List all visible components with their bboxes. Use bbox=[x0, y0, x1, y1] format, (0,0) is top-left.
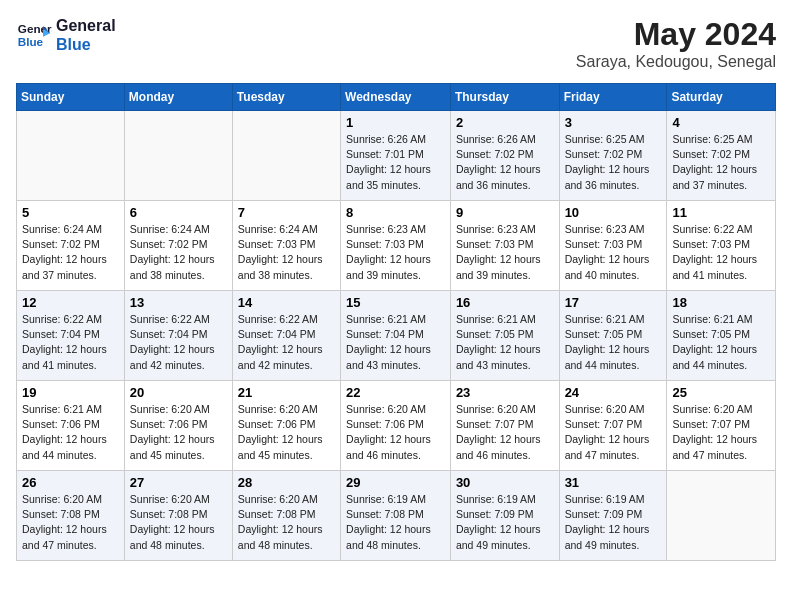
day-info: Sunrise: 6:20 AM Sunset: 7:08 PM Dayligh… bbox=[130, 492, 227, 553]
calendar-cell: 13Sunrise: 6:22 AM Sunset: 7:04 PM Dayli… bbox=[124, 291, 232, 381]
calendar-cell: 6Sunrise: 6:24 AM Sunset: 7:02 PM Daylig… bbox=[124, 201, 232, 291]
svg-text:Blue: Blue bbox=[18, 35, 44, 48]
calendar-cell: 27Sunrise: 6:20 AM Sunset: 7:08 PM Dayli… bbox=[124, 471, 232, 561]
page-header: General Blue General Blue May 2024 Saray… bbox=[16, 16, 776, 71]
day-number: 12 bbox=[22, 295, 119, 310]
title-block: May 2024 Saraya, Kedougou, Senegal bbox=[576, 16, 776, 71]
day-info: Sunrise: 6:20 AM Sunset: 7:06 PM Dayligh… bbox=[130, 402, 227, 463]
day-info: Sunrise: 6:26 AM Sunset: 7:02 PM Dayligh… bbox=[456, 132, 554, 193]
calendar-cell: 15Sunrise: 6:21 AM Sunset: 7:04 PM Dayli… bbox=[341, 291, 451, 381]
day-number: 14 bbox=[238, 295, 335, 310]
day-number: 9 bbox=[456, 205, 554, 220]
calendar-table: SundayMondayTuesdayWednesdayThursdayFrid… bbox=[16, 83, 776, 561]
day-number: 3 bbox=[565, 115, 662, 130]
day-info: Sunrise: 6:23 AM Sunset: 7:03 PM Dayligh… bbox=[346, 222, 445, 283]
day-number: 19 bbox=[22, 385, 119, 400]
day-info: Sunrise: 6:23 AM Sunset: 7:03 PM Dayligh… bbox=[456, 222, 554, 283]
calendar-cell: 28Sunrise: 6:20 AM Sunset: 7:08 PM Dayli… bbox=[232, 471, 340, 561]
day-info: Sunrise: 6:19 AM Sunset: 7:09 PM Dayligh… bbox=[565, 492, 662, 553]
day-info: Sunrise: 6:22 AM Sunset: 7:03 PM Dayligh… bbox=[672, 222, 770, 283]
week-row-5: 26Sunrise: 6:20 AM Sunset: 7:08 PM Dayli… bbox=[17, 471, 776, 561]
calendar-cell: 11Sunrise: 6:22 AM Sunset: 7:03 PM Dayli… bbox=[667, 201, 776, 291]
day-info: Sunrise: 6:19 AM Sunset: 7:09 PM Dayligh… bbox=[456, 492, 554, 553]
calendar-cell: 18Sunrise: 6:21 AM Sunset: 7:05 PM Dayli… bbox=[667, 291, 776, 381]
header-sunday: Sunday bbox=[17, 84, 125, 111]
day-info: Sunrise: 6:20 AM Sunset: 7:07 PM Dayligh… bbox=[456, 402, 554, 463]
day-info: Sunrise: 6:24 AM Sunset: 7:03 PM Dayligh… bbox=[238, 222, 335, 283]
day-info: Sunrise: 6:20 AM Sunset: 7:07 PM Dayligh… bbox=[672, 402, 770, 463]
day-number: 24 bbox=[565, 385, 662, 400]
calendar-cell: 4Sunrise: 6:25 AM Sunset: 7:02 PM Daylig… bbox=[667, 111, 776, 201]
day-number: 29 bbox=[346, 475, 445, 490]
calendar-cell: 16Sunrise: 6:21 AM Sunset: 7:05 PM Dayli… bbox=[450, 291, 559, 381]
calendar-cell: 26Sunrise: 6:20 AM Sunset: 7:08 PM Dayli… bbox=[17, 471, 125, 561]
header-friday: Friday bbox=[559, 84, 667, 111]
calendar-header: SundayMondayTuesdayWednesdayThursdayFrid… bbox=[17, 84, 776, 111]
day-number: 27 bbox=[130, 475, 227, 490]
day-number: 13 bbox=[130, 295, 227, 310]
calendar-cell: 17Sunrise: 6:21 AM Sunset: 7:05 PM Dayli… bbox=[559, 291, 667, 381]
calendar-cell: 31Sunrise: 6:19 AM Sunset: 7:09 PM Dayli… bbox=[559, 471, 667, 561]
day-number: 10 bbox=[565, 205, 662, 220]
day-number: 1 bbox=[346, 115, 445, 130]
day-number: 8 bbox=[346, 205, 445, 220]
day-info: Sunrise: 6:19 AM Sunset: 7:08 PM Dayligh… bbox=[346, 492, 445, 553]
day-info: Sunrise: 6:25 AM Sunset: 7:02 PM Dayligh… bbox=[565, 132, 662, 193]
day-info: Sunrise: 6:20 AM Sunset: 7:06 PM Dayligh… bbox=[238, 402, 335, 463]
day-number: 22 bbox=[346, 385, 445, 400]
day-number: 28 bbox=[238, 475, 335, 490]
calendar-cell: 10Sunrise: 6:23 AM Sunset: 7:03 PM Dayli… bbox=[559, 201, 667, 291]
day-number: 20 bbox=[130, 385, 227, 400]
day-number: 4 bbox=[672, 115, 770, 130]
calendar-cell: 7Sunrise: 6:24 AM Sunset: 7:03 PM Daylig… bbox=[232, 201, 340, 291]
day-info: Sunrise: 6:22 AM Sunset: 7:04 PM Dayligh… bbox=[22, 312, 119, 373]
calendar-cell: 21Sunrise: 6:20 AM Sunset: 7:06 PM Dayli… bbox=[232, 381, 340, 471]
calendar-cell: 22Sunrise: 6:20 AM Sunset: 7:06 PM Dayli… bbox=[341, 381, 451, 471]
day-number: 16 bbox=[456, 295, 554, 310]
calendar-cell: 14Sunrise: 6:22 AM Sunset: 7:04 PM Dayli… bbox=[232, 291, 340, 381]
logo: General Blue General Blue bbox=[16, 16, 116, 54]
day-number: 6 bbox=[130, 205, 227, 220]
calendar-cell: 1Sunrise: 6:26 AM Sunset: 7:01 PM Daylig… bbox=[341, 111, 451, 201]
calendar-cell: 29Sunrise: 6:19 AM Sunset: 7:08 PM Dayli… bbox=[341, 471, 451, 561]
week-row-2: 5Sunrise: 6:24 AM Sunset: 7:02 PM Daylig… bbox=[17, 201, 776, 291]
calendar-cell: 19Sunrise: 6:21 AM Sunset: 7:06 PM Dayli… bbox=[17, 381, 125, 471]
week-row-3: 12Sunrise: 6:22 AM Sunset: 7:04 PM Dayli… bbox=[17, 291, 776, 381]
day-number: 23 bbox=[456, 385, 554, 400]
day-number: 2 bbox=[456, 115, 554, 130]
calendar-cell bbox=[17, 111, 125, 201]
day-info: Sunrise: 6:23 AM Sunset: 7:03 PM Dayligh… bbox=[565, 222, 662, 283]
day-info: Sunrise: 6:21 AM Sunset: 7:05 PM Dayligh… bbox=[456, 312, 554, 373]
day-info: Sunrise: 6:21 AM Sunset: 7:04 PM Dayligh… bbox=[346, 312, 445, 373]
day-info: Sunrise: 6:26 AM Sunset: 7:01 PM Dayligh… bbox=[346, 132, 445, 193]
day-number: 7 bbox=[238, 205, 335, 220]
day-info: Sunrise: 6:21 AM Sunset: 7:05 PM Dayligh… bbox=[672, 312, 770, 373]
day-info: Sunrise: 6:20 AM Sunset: 7:08 PM Dayligh… bbox=[22, 492, 119, 553]
calendar-cell: 5Sunrise: 6:24 AM Sunset: 7:02 PM Daylig… bbox=[17, 201, 125, 291]
day-number: 17 bbox=[565, 295, 662, 310]
day-number: 15 bbox=[346, 295, 445, 310]
day-number: 25 bbox=[672, 385, 770, 400]
location-subtitle: Saraya, Kedougou, Senegal bbox=[576, 53, 776, 71]
day-number: 18 bbox=[672, 295, 770, 310]
week-row-4: 19Sunrise: 6:21 AM Sunset: 7:06 PM Dayli… bbox=[17, 381, 776, 471]
calendar-cell: 20Sunrise: 6:20 AM Sunset: 7:06 PM Dayli… bbox=[124, 381, 232, 471]
header-thursday: Thursday bbox=[450, 84, 559, 111]
logo-icon: General Blue bbox=[16, 17, 52, 53]
header-wednesday: Wednesday bbox=[341, 84, 451, 111]
calendar-cell bbox=[667, 471, 776, 561]
day-info: Sunrise: 6:21 AM Sunset: 7:06 PM Dayligh… bbox=[22, 402, 119, 463]
logo-line2: Blue bbox=[56, 35, 116, 54]
day-info: Sunrise: 6:20 AM Sunset: 7:07 PM Dayligh… bbox=[565, 402, 662, 463]
calendar-cell: 3Sunrise: 6:25 AM Sunset: 7:02 PM Daylig… bbox=[559, 111, 667, 201]
month-title: May 2024 bbox=[576, 16, 776, 53]
calendar-cell: 2Sunrise: 6:26 AM Sunset: 7:02 PM Daylig… bbox=[450, 111, 559, 201]
day-info: Sunrise: 6:24 AM Sunset: 7:02 PM Dayligh… bbox=[130, 222, 227, 283]
day-number: 30 bbox=[456, 475, 554, 490]
day-info: Sunrise: 6:24 AM Sunset: 7:02 PM Dayligh… bbox=[22, 222, 119, 283]
day-info: Sunrise: 6:20 AM Sunset: 7:08 PM Dayligh… bbox=[238, 492, 335, 553]
day-number: 5 bbox=[22, 205, 119, 220]
day-number: 11 bbox=[672, 205, 770, 220]
day-info: Sunrise: 6:22 AM Sunset: 7:04 PM Dayligh… bbox=[238, 312, 335, 373]
calendar-cell: 30Sunrise: 6:19 AM Sunset: 7:09 PM Dayli… bbox=[450, 471, 559, 561]
